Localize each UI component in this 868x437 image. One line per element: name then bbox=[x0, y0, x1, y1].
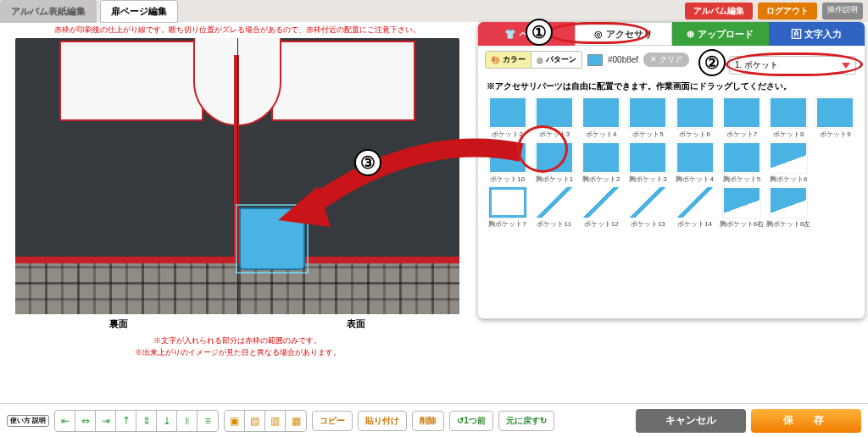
pocket-icon bbox=[536, 187, 573, 218]
accessory-label: 胸ポケット6左 bbox=[766, 219, 810, 229]
drag-arrow bbox=[263, 136, 534, 237]
uniform-collar-left bbox=[59, 41, 203, 121]
pocket-icon bbox=[629, 142, 666, 173]
pocket-icon bbox=[770, 187, 807, 218]
color-pattern-segment[interactable]: 🎨 カラー ◎ パターン bbox=[485, 51, 582, 69]
align-center-v-icon[interactable]: ⇕ bbox=[136, 411, 157, 431]
pocket-icon bbox=[676, 142, 714, 173]
btn-help[interactable]: 操作説明 bbox=[822, 3, 863, 19]
color-swatch[interactable] bbox=[587, 54, 603, 66]
pocket-icon bbox=[489, 97, 526, 128]
pocket-icon bbox=[676, 97, 714, 128]
delete-button[interactable]: 削除 bbox=[412, 411, 444, 431]
accessory-item[interactable]: ポケット14 bbox=[672, 187, 717, 229]
accessory-item[interactable]: ポケット6 bbox=[672, 97, 717, 139]
accessory-label: ポケット14 bbox=[677, 219, 712, 229]
accessory-label: 胸ポケット3 bbox=[629, 174, 666, 184]
pocket-icon bbox=[770, 97, 807, 128]
color-hex: #00b8ef bbox=[608, 55, 638, 64]
layer-back-icon[interactable]: ▦ bbox=[286, 411, 306, 431]
stage-bottom-notes: ※文字が入れられる部分は赤枠の範囲のみです。 ※出来上がりのイメージが見た目と異… bbox=[0, 335, 475, 358]
accessory-label: 胸ポケット5 bbox=[723, 174, 760, 184]
accessory-item[interactable] bbox=[813, 142, 858, 184]
layer-tools[interactable]: ▣▤ ▥▦ bbox=[224, 410, 307, 432]
align-top-icon[interactable]: ⤒ bbox=[116, 411, 136, 431]
copy-button[interactable]: コピー bbox=[312, 411, 353, 431]
pocket-icon bbox=[582, 142, 620, 173]
pocket-icon bbox=[816, 97, 854, 128]
panel-tab-text[interactable]: 🄰 文字入力 bbox=[769, 22, 865, 46]
align-left-icon[interactable]: ⇤ bbox=[55, 411, 75, 431]
align-right-icon[interactable]: ⇥ bbox=[96, 411, 116, 431]
accessory-label: ポケット9 bbox=[820, 130, 850, 139]
usage-help-chip[interactable]: 使い方 説明 bbox=[7, 415, 49, 427]
accessory-item[interactable]: ポケット13 bbox=[626, 187, 670, 229]
accessory-item[interactable]: 胸ポケット6左 bbox=[766, 187, 811, 229]
tab-cover-edit[interactable]: アルバム表紙編集 bbox=[0, 0, 97, 23]
accessory-item[interactable]: ポケット5 bbox=[626, 97, 670, 139]
btn-logout[interactable]: ログアウト bbox=[758, 3, 817, 19]
label-front: 表面 bbox=[347, 318, 365, 330]
accessory-label: ポケット5 bbox=[632, 130, 663, 139]
align-tools[interactable]: ⇤⇔⇥ ⤒⇕⤓ ⫴≡ bbox=[54, 410, 219, 432]
tab-page-edit[interactable]: 扉ページ編集 bbox=[100, 0, 178, 23]
callout-1-ring bbox=[548, 22, 649, 44]
accessory-item[interactable]: ポケット8 bbox=[766, 97, 811, 139]
layer-front-icon[interactable]: ▣ bbox=[225, 411, 245, 431]
accessory-item[interactable]: 胸ポケット5 bbox=[719, 142, 764, 184]
accessory-item[interactable]: ポケット7 bbox=[719, 97, 764, 139]
pocket-icon bbox=[770, 142, 807, 173]
pocket-icon bbox=[723, 97, 760, 128]
accessory-label: ポケット8 bbox=[773, 130, 804, 139]
accessory-item[interactable]: 胸ポケット2 bbox=[579, 142, 624, 184]
callout-2: ② bbox=[698, 49, 726, 76]
pocket-icon bbox=[582, 97, 620, 128]
clear-button[interactable]: ✕ クリア bbox=[643, 53, 689, 67]
align-center-h-icon[interactable]: ⇔ bbox=[75, 411, 96, 431]
layer-forward-icon[interactable]: ▤ bbox=[245, 411, 265, 431]
accessory-label: 胸ポケット4 bbox=[676, 174, 713, 184]
undo-button[interactable]: ↺ 1つ前 bbox=[449, 411, 493, 431]
accessory-note: ※アクセサリパーツは自由に配置できます。作業画面にドラッグしてください。 bbox=[478, 80, 865, 92]
accessory-label: ポケット13 bbox=[631, 219, 665, 229]
stage-warning: 赤枠が印刷後の仕上がり線です。断ち切り位置がズレる場合があるので、赤枠付近の配置… bbox=[0, 22, 475, 38]
accessory-label: ポケット12 bbox=[584, 219, 619, 229]
paste-button[interactable]: 貼り付け bbox=[358, 411, 407, 431]
pocket-icon bbox=[629, 187, 666, 218]
seg-color[interactable]: 🎨 カラー bbox=[486, 52, 531, 68]
callout-1: ① bbox=[526, 19, 553, 46]
pocket-icon bbox=[629, 97, 666, 128]
panel-tab-upload[interactable]: ⊕ アップロード bbox=[672, 22, 769, 46]
callout-2-ring bbox=[726, 53, 863, 76]
accessory-item[interactable]: 胸ポケット6右 bbox=[719, 187, 764, 229]
accessory-label: 胸ポケット6右 bbox=[720, 219, 764, 229]
accessory-label: 胸ポケット2 bbox=[582, 174, 620, 184]
layer-backward-icon[interactable]: ▥ bbox=[265, 411, 286, 431]
accessory-item[interactable]: ポケット9 bbox=[813, 97, 858, 139]
seg-pattern[interactable]: ◎ パターン bbox=[531, 52, 581, 68]
distribute-h-icon[interactable]: ⫴ bbox=[177, 411, 198, 431]
center-seam bbox=[237, 38, 238, 314]
redo-button[interactable]: 元に戻す ↻ bbox=[498, 411, 554, 431]
pocket-icon bbox=[723, 142, 760, 173]
pocket-icon bbox=[723, 187, 760, 218]
align-bottom-icon[interactable]: ⤓ bbox=[157, 411, 177, 431]
accessory-item[interactable]: ポケット12 bbox=[579, 187, 624, 229]
accessory-item[interactable]: ポケット11 bbox=[531, 187, 576, 229]
pocket-icon bbox=[536, 97, 573, 128]
accessory-label: 胸ポケット6 bbox=[770, 174, 807, 184]
accessory-label: ポケット4 bbox=[586, 130, 616, 139]
save-button[interactable]: 保 存 bbox=[751, 409, 861, 433]
callout-3-ring bbox=[517, 125, 568, 173]
accessory-item[interactable]: ポケット4 bbox=[579, 97, 624, 139]
accessory-item[interactable]: 胸ポケット4 bbox=[672, 142, 717, 184]
accessory-item[interactable]: 胸ポケット6 bbox=[766, 142, 811, 184]
accessory-item[interactable]: 胸ポケット3 bbox=[626, 142, 670, 184]
btn-album-edit[interactable]: アルバム編集 bbox=[685, 3, 753, 19]
cancel-button[interactable]: キャンセル bbox=[636, 409, 746, 433]
label-back: 裏面 bbox=[109, 318, 128, 330]
distribute-v-icon[interactable]: ≡ bbox=[198, 411, 218, 431]
accessory-label: ポケット11 bbox=[537, 219, 571, 229]
pocket-icon bbox=[582, 187, 620, 218]
topbar: アルバム表紙編集 扉ページ編集 アルバム編集 ログアウト 操作説明 bbox=[0, 0, 868, 22]
